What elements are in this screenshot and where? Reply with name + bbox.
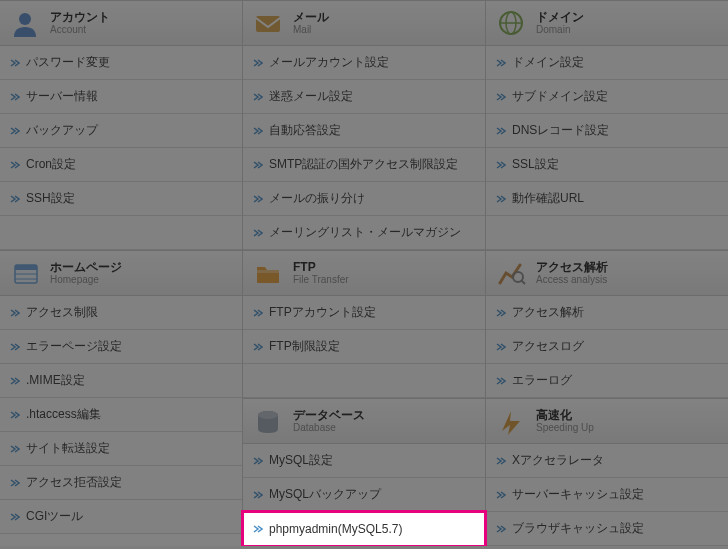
database-icon <box>253 407 283 435</box>
menu-item-label: 動作確認URL <box>512 190 584 207</box>
menu-item-mail-4[interactable]: メールの振り分け <box>243 182 485 216</box>
menu-item-label: メールアカウント設定 <box>269 54 389 71</box>
arrow-bullet-icon <box>253 308 263 318</box>
menu-item-database-0[interactable]: MySQL設定 <box>243 444 485 478</box>
menu-item-label: SSH設定 <box>26 190 75 207</box>
section-subtitle-speed: Speeding Up <box>536 422 594 433</box>
section-header-domain: ドメインDomain <box>486 0 728 46</box>
arrow-bullet-icon <box>253 490 263 500</box>
menu-item-homepage-6[interactable]: CGIツール <box>0 500 242 534</box>
menu-item-label: アクセス解析 <box>512 304 584 321</box>
arrow-bullet-icon <box>253 524 263 534</box>
menu-item-access-2[interactable]: エラーログ <box>486 364 728 398</box>
menu-item-domain-2[interactable]: DNSレコード設定 <box>486 114 728 148</box>
menu-item-domain-0[interactable]: ドメイン設定 <box>486 46 728 80</box>
menu-item-label: サブドメイン設定 <box>512 88 608 105</box>
menu-item-ftp-1[interactable]: FTP制限設定 <box>243 330 485 364</box>
menu-item-label: MySQL設定 <box>269 452 333 469</box>
section-title-access: アクセス解析 <box>536 261 608 274</box>
menu-item-mail-2[interactable]: 自動応答設定 <box>243 114 485 148</box>
menu-item-label: メールの振り分け <box>269 190 365 207</box>
menu-item-speed-2[interactable]: ブラウザキャッシュ設定 <box>486 512 728 546</box>
menu-item-domain-3[interactable]: SSL設定 <box>486 148 728 182</box>
menu-item-mail-5[interactable]: メーリングリスト・メールマガジン <box>243 216 485 250</box>
section-subtitle-database: Database <box>293 422 365 433</box>
menu-item-account-1[interactable]: サーバー情報 <box>0 80 242 114</box>
menu-item-account-0[interactable]: パスワード変更 <box>0 46 242 80</box>
arrow-bullet-icon <box>10 376 20 386</box>
menu-item-speed-1[interactable]: サーバーキャッシュ設定 <box>486 478 728 512</box>
menu-item-label: サーバー情報 <box>26 88 98 105</box>
menu-item-account-4[interactable]: SSH設定 <box>0 182 242 216</box>
mail-icon <box>253 9 283 37</box>
spacer <box>486 216 728 250</box>
menu-item-homepage-0[interactable]: アクセス制限 <box>0 296 242 330</box>
arrow-bullet-icon <box>10 160 20 170</box>
menu-item-label: DNSレコード設定 <box>512 122 609 139</box>
arrow-bullet-icon <box>10 126 20 136</box>
menu-item-mail-1[interactable]: 迷惑メール設定 <box>243 80 485 114</box>
arrow-bullet-icon <box>10 194 20 204</box>
arrow-bullet-icon <box>253 58 263 68</box>
account-icon <box>10 9 40 37</box>
arrow-bullet-icon <box>253 92 263 102</box>
arrow-bullet-icon <box>496 92 506 102</box>
menu-item-label: CGIツール <box>26 508 83 525</box>
menu-item-mail-0[interactable]: メールアカウント設定 <box>243 46 485 80</box>
menu-item-homepage-5[interactable]: アクセス拒否設定 <box>0 466 242 500</box>
menu-item-label: サーバーキャッシュ設定 <box>512 486 644 503</box>
section-header-mail: メールMail <box>243 0 485 46</box>
arrow-bullet-icon <box>10 308 20 318</box>
menu-item-label: Xアクセラレータ <box>512 452 604 469</box>
section-subtitle-ftp: File Transfer <box>293 274 349 285</box>
arrow-bullet-icon <box>10 478 20 488</box>
arrow-bullet-icon <box>496 126 506 136</box>
section-title-mail: メール <box>293 11 329 24</box>
menu-item-label: SMTP認証の国外アクセス制限設定 <box>269 156 458 173</box>
domain-icon <box>496 9 526 37</box>
access-icon <box>496 259 526 287</box>
section-title-account: アカウント <box>50 11 110 24</box>
speed-icon <box>496 407 526 435</box>
menu-item-label: サイト転送設定 <box>26 440 110 457</box>
menu-item-homepage-3[interactable]: .htaccess編集 <box>0 398 242 432</box>
menu-item-mail-3[interactable]: SMTP認証の国外アクセス制限設定 <box>243 148 485 182</box>
menu-item-account-2[interactable]: バックアップ <box>0 114 242 148</box>
section-header-access: アクセス解析Access analysis <box>486 250 728 296</box>
menu-item-label: .htaccess編集 <box>26 406 101 423</box>
menu-item-speed-0[interactable]: Xアクセラレータ <box>486 444 728 478</box>
menu-item-label: 迷惑メール設定 <box>269 88 353 105</box>
arrow-bullet-icon <box>496 160 506 170</box>
arrow-bullet-icon <box>10 444 20 454</box>
arrow-bullet-icon <box>10 92 20 102</box>
menu-item-homepage-2[interactable]: .MIME設定 <box>0 364 242 398</box>
menu-item-database-1[interactable]: MySQLバックアップ <box>243 478 485 512</box>
arrow-bullet-icon <box>496 490 506 500</box>
menu-item-homepage-1[interactable]: エラーページ設定 <box>0 330 242 364</box>
arrow-bullet-icon <box>496 376 506 386</box>
menu-item-access-1[interactable]: アクセスログ <box>486 330 728 364</box>
column-2: ドメインDomainドメイン設定サブドメイン設定DNSレコード設定SSL設定動作… <box>486 0 728 546</box>
menu-item-database-2[interactable]: phpmyadmin(MySQL5.7) <box>243 512 485 546</box>
menu-item-label: Cron設定 <box>26 156 76 173</box>
menu-item-label: アクセス制限 <box>26 304 98 321</box>
arrow-bullet-icon <box>496 58 506 68</box>
section-title-domain: ドメイン <box>536 11 584 24</box>
section-subtitle-homepage: Homepage <box>50 274 122 285</box>
menu-item-label: エラーログ <box>512 372 572 389</box>
menu-item-label: パスワード変更 <box>26 54 110 71</box>
section-header-ftp: FTPFile Transfer <box>243 250 485 296</box>
menu-item-access-0[interactable]: アクセス解析 <box>486 296 728 330</box>
menu-item-domain-4[interactable]: 動作確認URL <box>486 182 728 216</box>
menu-item-domain-1[interactable]: サブドメイン設定 <box>486 80 728 114</box>
arrow-bullet-icon <box>496 524 506 534</box>
homepage-icon <box>10 259 40 287</box>
arrow-bullet-icon <box>10 58 20 68</box>
section-header-speed: 高速化Speeding Up <box>486 398 728 444</box>
arrow-bullet-icon <box>253 160 263 170</box>
menu-item-ftp-0[interactable]: FTPアカウント設定 <box>243 296 485 330</box>
menu-item-homepage-4[interactable]: サイト転送設定 <box>0 432 242 466</box>
menu-item-label: FTPアカウント設定 <box>269 304 376 321</box>
menu-item-account-3[interactable]: Cron設定 <box>0 148 242 182</box>
section-subtitle-domain: Domain <box>536 24 584 35</box>
